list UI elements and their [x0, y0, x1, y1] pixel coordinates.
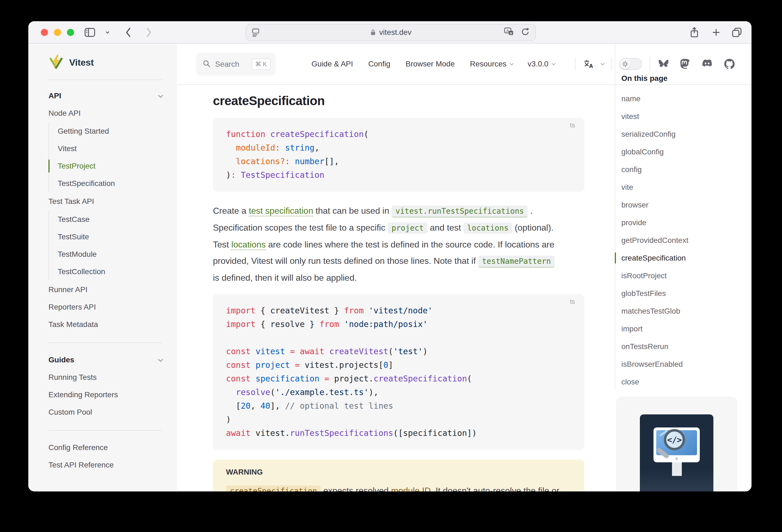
share-icon[interactable] — [689, 21, 699, 43]
text-segment: Create a — [213, 206, 249, 216]
site-title: Vitest — [69, 57, 94, 68]
text-segment: (optional). — [512, 223, 553, 233]
site-logo[interactable]: Vitest — [48, 54, 177, 71]
description-paragraph: Create a test specification that can be … — [213, 203, 600, 286]
sidebar-item-testproject[interactable]: TestProject — [49, 157, 177, 175]
forward-button[interactable] — [145, 21, 152, 43]
sidebar-section-guides[interactable]: Guides — [48, 351, 177, 369]
toc-item-globtestfiles[interactable]: globTestFiles — [621, 285, 740, 302]
toc-item-browser[interactable]: browser — [621, 196, 740, 214]
toc-item-matchestestglob[interactable]: matchesTestGlob — [621, 302, 740, 320]
sidebar: Vitest APINode APIGetting StartedVitestT… — [28, 43, 177, 491]
inline-link[interactable]: test specification — [249, 206, 313, 216]
sidebar-item-testspecification[interactable]: TestSpecification — [49, 175, 177, 192]
divider — [611, 57, 611, 71]
nav-link-resources[interactable]: Resources — [470, 60, 512, 68]
divider — [575, 57, 576, 71]
nav-link-guide-api[interactable]: Guide & API — [312, 60, 353, 68]
code-line: const project = vitest.projects[0] — [226, 358, 571, 372]
sidebar-item-custom-pool[interactable]: Custom Pool — [48, 403, 177, 421]
search-shortcut-badge: ⌘ K — [251, 59, 271, 70]
warning-callout: WARNING createSpecification expects reso… — [213, 460, 584, 491]
toc-item-createspecification[interactable]: createSpecification — [621, 249, 740, 267]
page-title: createSpecification — [213, 92, 584, 109]
reload-icon[interactable] — [521, 27, 530, 38]
toc-item-getprovidedcontext[interactable]: getProvidedContext — [621, 232, 740, 249]
sidebar-section-api[interactable]: API — [48, 87, 177, 105]
sidebar-item-running-tests[interactable]: Running Tests — [48, 369, 177, 386]
language-menu[interactable]: A — [583, 59, 603, 69]
lock-icon — [370, 29, 376, 36]
minimize-window-button[interactable] — [54, 29, 61, 36]
toc-item-vitest[interactable]: vitest — [621, 108, 740, 125]
sponsor-card[interactable]: </> — [616, 396, 737, 491]
toc-item-isrootproject[interactable]: isRootProject — [621, 267, 740, 285]
tab-overview-icon[interactable] — [731, 21, 742, 43]
browser-toolbar: vitest.dev A — [28, 21, 751, 43]
text-segment: locations — [463, 222, 512, 234]
signature-code-block[interactable]: ts function createSpecification( moduleI… — [213, 118, 584, 192]
translate-badge-icon[interactable]: A — [504, 27, 514, 38]
sidebar-group: Getting StartedVitestTestProjectTestSpec… — [48, 122, 177, 192]
code-language-label: ts — [570, 121, 575, 129]
sidebar-item-test-task-api[interactable]: Test Task API — [48, 193, 177, 210]
sidebar-toggle-icon[interactable] — [84, 21, 96, 43]
search-input[interactable]: Search ⌘ K — [196, 53, 276, 76]
sidebar-menu-chevron-icon[interactable] — [105, 21, 111, 43]
inline-link[interactable]: testNamePattern — [478, 256, 555, 268]
sidebar-item-testcollection[interactable]: TestCollection — [49, 263, 177, 280]
search-placeholder: Search — [215, 60, 239, 69]
sidebar-item-task-metadata[interactable]: Task Metadata — [48, 316, 177, 333]
sidebar-item-vitest[interactable]: Vitest — [49, 140, 177, 157]
window-controls — [41, 29, 74, 36]
chevron-down-icon — [510, 62, 513, 65]
sidebar-item-extending-reporters[interactable]: Extending Reporters — [48, 386, 177, 403]
code-line: const vitest = await createVitest('test'… — [226, 345, 571, 358]
sidebar-item-testcase[interactable]: TestCase — [49, 211, 177, 228]
nav-link-browser-mode[interactable]: Browser Mode — [405, 60, 455, 68]
code-line: import { resolve } from 'node:path/posix… — [226, 317, 571, 331]
sidebar-item-test-api-reference[interactable]: Test API Reference — [48, 456, 177, 474]
toc-item-config[interactable]: config — [621, 161, 740, 178]
sidebar-item-node-api[interactable]: Node API — [48, 105, 177, 122]
close-window-button[interactable] — [41, 29, 48, 36]
text-segment: Test — [213, 240, 232, 249]
zoom-window-button[interactable] — [67, 29, 74, 36]
warning-body: createSpecification expects resolved mod… — [226, 483, 571, 491]
new-tab-icon[interactable] — [711, 21, 721, 43]
inline-link[interactable]: vitest.runTestSpecifications — [392, 206, 528, 217]
code-search-illustration: </> — [640, 414, 713, 491]
toc-item-name[interactable]: name — [621, 90, 740, 108]
sidebar-item-runner-api[interactable]: Runner API — [48, 281, 177, 298]
sidebar-item-getting-started[interactable]: Getting Started — [49, 122, 177, 140]
toc-item-globalconfig[interactable]: globalConfig — [621, 143, 740, 161]
nav-link-v3-0-0[interactable]: v3.0.0 — [528, 60, 555, 68]
inline-link[interactable]: module ID — [391, 486, 431, 491]
example-code-block[interactable]: ts import { createVitest } from 'vitest/… — [213, 294, 584, 450]
sidebar-item-reporters-api[interactable]: Reporters API — [48, 298, 177, 316]
nav-link-config[interactable]: Config — [368, 60, 390, 68]
toc-item-provide[interactable]: provide — [621, 214, 740, 232]
toc-item-serializedconfig[interactable]: serializedConfig — [621, 125, 740, 143]
text-segment: and test — [427, 223, 463, 233]
sidebar-item-testsuite[interactable]: TestSuite — [49, 228, 177, 246]
chevron-down-icon — [158, 357, 163, 362]
toc-item-import[interactable]: import — [621, 320, 740, 338]
sidebar-divider — [48, 430, 162, 431]
back-button[interactable] — [124, 21, 132, 43]
code-line: moduleId: string, — [226, 141, 571, 155]
code-line: ): TestSpecification — [226, 168, 571, 182]
text-segment: expects resolved — [321, 486, 391, 491]
text-segment: . — [528, 206, 533, 216]
toc-item-vite[interactable]: vite — [621, 178, 740, 196]
url-text[interactable]: vitest.dev — [379, 28, 412, 37]
toc-item-ontestsrerun[interactable]: onTestsRerun — [621, 338, 740, 355]
sidebar-item-testmodule[interactable]: TestModule — [49, 246, 177, 263]
inline-link[interactable]: locations — [232, 240, 266, 250]
address-bar[interactable]: vitest.dev A — [246, 24, 536, 41]
text-segment: Specification scopes the test file to a … — [213, 223, 388, 233]
sidebar-item-config-reference[interactable]: Config Reference — [48, 439, 177, 456]
toc-item-close[interactable]: close — [621, 373, 740, 391]
sidebar-divider — [48, 343, 162, 343]
toc-item-isbrowserenabled[interactable]: isBrowserEnabled — [621, 355, 740, 373]
